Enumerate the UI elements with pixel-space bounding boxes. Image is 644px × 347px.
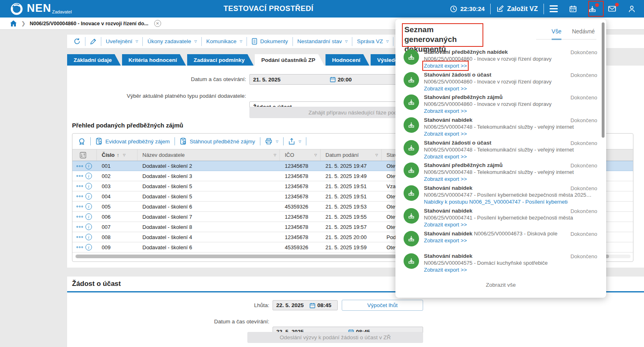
show-export-link[interactable]: Zobrazit export >> bbox=[424, 176, 467, 182]
print-table-button[interactable]: ▽ bbox=[265, 138, 278, 145]
tab-zadavaci-podminky[interactable]: Zadávací podmínky bbox=[187, 54, 253, 66]
open-date-value[interactable]: 21. 5. 2025 bbox=[253, 77, 281, 83]
saved-filters-button[interactable] bbox=[78, 138, 85, 145]
info-icon[interactable]: i bbox=[85, 183, 92, 189]
document-item[interactable]: Stahování nabídek N006/25/V00004673 - Di… bbox=[404, 230, 600, 253]
show-export-link[interactable]: Zobrazit export >> bbox=[424, 130, 467, 137]
show-export-link[interactable]: Nabídky k postupu N006_25_V00004747 - Po… bbox=[424, 198, 568, 205]
document-status: Dokončeno bbox=[570, 72, 597, 78]
document-item[interactable]: Stahování žádostí o účast N006/25/V00004… bbox=[404, 71, 600, 94]
download-interests-button[interactable]: Stáhnout předběžné zájmy bbox=[180, 138, 255, 145]
user-profile-button[interactable] bbox=[622, 0, 644, 18]
cell-nazev: Dodavatel - školení 5 bbox=[138, 193, 280, 200]
row-menu-icon[interactable] bbox=[76, 206, 83, 207]
main-menu-button[interactable] bbox=[544, 0, 563, 18]
nen-logo[interactable]: NEN Zadavatel bbox=[10, 2, 72, 16]
menu-ukony-zadavatele[interactable]: Úkony zadavatele▽ bbox=[143, 37, 201, 46]
info-icon[interactable]: i bbox=[85, 203, 92, 210]
row-menu-icon[interactable] bbox=[76, 165, 83, 167]
deadline-field[interactable]: 22. 5. 2025 08:45 bbox=[273, 300, 338, 310]
document-icon bbox=[251, 38, 258, 45]
document-item[interactable]: Stahování předběžných zájmů N006/25/V000… bbox=[404, 94, 600, 116]
filter-caret-icon[interactable]: ▽ bbox=[123, 153, 125, 157]
info-icon[interactable]: i bbox=[85, 163, 92, 169]
tab-nedavne[interactable]: Nedávné bbox=[572, 28, 595, 40]
close-tab-icon[interactable]: ✕ bbox=[154, 20, 161, 27]
deadline-time-value[interactable]: 08:45 bbox=[317, 302, 332, 308]
menu-uverejneni[interactable]: Uveřejnění▽ bbox=[101, 37, 143, 46]
cell-datum: 21. 5. 2025 19:59 bbox=[321, 244, 382, 250]
breadcrumb-item[interactable]: N006/25/V00004860 - Inovace v rozvoji ří… bbox=[30, 21, 148, 26]
show-export-link[interactable]: Zobrazit export >> bbox=[424, 237, 467, 244]
menu-nestandardni-stav[interactable]: Nestandardní stav▽ bbox=[293, 37, 353, 46]
tab-hodnoceni[interactable]: Hodnocení bbox=[325, 54, 369, 66]
header-nazev[interactable]: Název dodavatele ▽ bbox=[138, 149, 280, 160]
download-success-icon bbox=[404, 72, 419, 88]
column-settings-header[interactable] bbox=[72, 149, 97, 160]
calendar-icon[interactable] bbox=[310, 303, 315, 308]
show-export-link[interactable]: Zobrazit export >> bbox=[424, 62, 467, 69]
document-item[interactable]: Stahování předběžných zájmů N006/25/V000… bbox=[404, 162, 600, 184]
info-icon[interactable]: i bbox=[85, 193, 92, 200]
document-item[interactable]: Stahování předběžných nabídek N006/25/V0… bbox=[404, 48, 600, 71]
document-title: Stahování předběžných zájmů bbox=[424, 94, 503, 100]
tab-zakladni-udaje[interactable]: Základní údaje bbox=[67, 54, 121, 66]
export-icon bbox=[288, 138, 295, 145]
row-menu-icon[interactable] bbox=[76, 185, 83, 187]
open-time-value[interactable]: 20:00 bbox=[338, 77, 352, 83]
info-icon[interactable]: i bbox=[85, 173, 92, 179]
filter-caret-icon[interactable]: ▽ bbox=[375, 153, 378, 157]
row-menu-icon[interactable] bbox=[76, 246, 83, 248]
menu-sprava-vz[interactable]: Správa VZ▽ bbox=[352, 37, 393, 46]
cell-ico: 12345678 bbox=[280, 234, 321, 240]
info-icon[interactable]: i bbox=[85, 234, 92, 240]
show-all-link[interactable]: Zobrazit vše bbox=[395, 282, 606, 288]
tab-podani-ucastniku-zp[interactable]: Podání účastníků ZP bbox=[255, 54, 324, 66]
document-item[interactable]: Stahování žádostí o účast N006/25/V00004… bbox=[404, 139, 600, 162]
row-menu-icon[interactable] bbox=[76, 226, 83, 228]
header-datum-podani[interactable]: Datum podání ▽ bbox=[321, 149, 382, 160]
panel-scrollbar[interactable] bbox=[602, 22, 605, 138]
tab-vse[interactable]: Vše bbox=[552, 28, 561, 40]
deadline-date-value[interactable]: 22. 5. 2025 bbox=[276, 302, 304, 308]
tab-kriteria-hodnoceni[interactable]: Kritéria hodnocení bbox=[122, 54, 186, 66]
show-export-link[interactable]: Zobrazit export >> bbox=[424, 153, 467, 160]
menu-dokumenty[interactable]: Dokumenty bbox=[247, 37, 293, 46]
register-interest-button[interactable]: Evidovat předběžný zájem bbox=[96, 138, 170, 145]
calendar-icon[interactable] bbox=[330, 77, 336, 82]
header-ico[interactable]: IČO ▽ bbox=[280, 149, 321, 160]
document-item[interactable]: Stahování nabídek N006/25/V00004748 - Te… bbox=[404, 116, 600, 139]
calculate-deadlines-button[interactable]: Výpočet lhůt bbox=[342, 300, 423, 311]
menu-komunikace[interactable]: Komunikace▽ bbox=[202, 37, 247, 46]
messages-button[interactable] bbox=[602, 0, 622, 18]
calendar-button[interactable] bbox=[563, 0, 583, 18]
show-export-link[interactable]: Zobrazit export >> bbox=[424, 85, 467, 92]
edit-record-button[interactable] bbox=[85, 37, 101, 46]
create-vz-button[interactable]: Založit VZ bbox=[491, 0, 544, 18]
cell-datum: 21. 5. 2025 19:51 bbox=[321, 193, 382, 200]
info-icon[interactable]: i bbox=[85, 213, 92, 220]
refresh-button[interactable] bbox=[72, 37, 85, 46]
document-item[interactable]: Stahování nabídek N006/25/V00004747 - Po… bbox=[404, 184, 600, 207]
cell-nazev: Dodavatel - školení 6 bbox=[138, 204, 280, 210]
download-success-icon bbox=[404, 117, 419, 133]
export-table-button[interactable]: ▽ bbox=[288, 138, 301, 145]
row-menu-icon[interactable] bbox=[76, 175, 83, 177]
info-icon[interactable]: i bbox=[85, 224, 92, 230]
send-invitation-button[interactable]: Odeslání výzvy k podání žádosti o účast … bbox=[247, 332, 423, 343]
document-item[interactable]: Stahování nabídek N006/25/V00004741 - Po… bbox=[404, 207, 600, 230]
row-menu-icon[interactable] bbox=[76, 236, 83, 238]
show-export-link[interactable]: Zobrazit export >> bbox=[424, 221, 467, 228]
home-icon[interactable] bbox=[10, 20, 17, 27]
show-export-link[interactable]: Zobrazit export >> bbox=[424, 266, 467, 273]
edit-icon bbox=[496, 5, 504, 13]
row-menu-icon[interactable] bbox=[76, 216, 83, 217]
generated-documents-button[interactable] bbox=[583, 0, 602, 18]
filter-caret-icon[interactable]: ▽ bbox=[274, 153, 276, 157]
header-cislo[interactable]: Číslo ↑ ▽ bbox=[97, 149, 138, 160]
info-icon[interactable]: i bbox=[85, 244, 92, 250]
show-export-link[interactable]: Zobrazit export >> bbox=[424, 108, 467, 114]
filter-caret-icon[interactable]: ▽ bbox=[314, 153, 317, 157]
row-menu-icon[interactable] bbox=[76, 195, 83, 197]
document-item[interactable]: Stahování nabídek N006/25/V00004575 - Do… bbox=[404, 253, 600, 275]
